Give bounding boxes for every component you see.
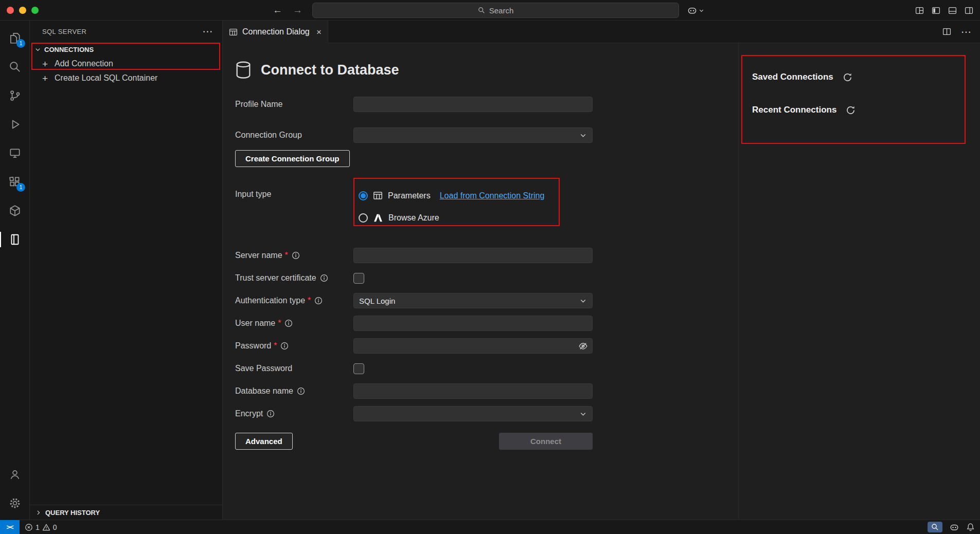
title-bar: ← → Search xyxy=(0,0,980,21)
connections-section-header[interactable]: CONNECTIONS xyxy=(30,42,222,57)
create-connection-group-button[interactable]: Create Connection Group xyxy=(235,150,350,167)
split-editor-icon[interactable] xyxy=(942,27,951,36)
command-center-search[interactable]: Search xyxy=(312,3,679,18)
info-icon[interactable] xyxy=(314,297,323,305)
sidebar-sql-server: SQL SERVER ⋯ CONNECTIONS + Add Connectio… xyxy=(30,21,223,520)
user-name-label: User name xyxy=(235,319,275,328)
connect-button[interactable]: Connect xyxy=(499,433,593,450)
connection-group-label: Connection Group xyxy=(235,131,302,140)
create-local-sql-container-label: Create Local SQL Container xyxy=(55,73,157,83)
refresh-icon[interactable] xyxy=(846,105,856,115)
browse-azure-radio[interactable] xyxy=(359,213,368,223)
load-from-connection-string-link[interactable]: Load from Connection String xyxy=(440,191,545,200)
toggle-secondary-sidebar-icon[interactable] xyxy=(965,6,973,15)
activity-item-remote-explorer[interactable] xyxy=(0,139,29,168)
info-icon[interactable] xyxy=(280,342,289,350)
form-row-input-type: Input type Parameters Load from Connecti… xyxy=(235,186,738,227)
activity-item-explorer[interactable]: 1 xyxy=(0,24,29,52)
password-label: Password xyxy=(235,341,271,351)
search-icon xyxy=(478,7,485,14)
activity-item-extensions[interactable]: 1 xyxy=(0,168,29,196)
toggle-primary-sidebar-icon[interactable] xyxy=(932,6,940,15)
copilot-icon[interactable] xyxy=(687,6,697,15)
form-row-authentication-type: Authentication type * SQL Login xyxy=(235,293,738,308)
sidebar-more-actions-icon[interactable]: ⋯ xyxy=(203,26,213,36)
advanced-button[interactable]: Advanced xyxy=(235,433,293,450)
trust-certificate-label: Trust server certificate xyxy=(235,273,316,283)
encrypt-select[interactable] xyxy=(353,406,593,421)
form-row-connection-group: Connection Group xyxy=(235,127,738,143)
profile-name-label: Profile Name xyxy=(235,100,282,109)
user-name-input[interactable] xyxy=(353,316,593,331)
tab-close-icon[interactable]: × xyxy=(316,28,322,36)
connections-section-label: CONNECTIONS xyxy=(44,46,94,53)
add-icon: + xyxy=(41,73,49,83)
navigate-forward-icon[interactable]: → xyxy=(293,5,302,16)
activity-item-search[interactable] xyxy=(0,52,29,81)
form-row-profile-name: Profile Name xyxy=(235,97,738,112)
activity-item-run-debug[interactable] xyxy=(0,110,29,139)
required-marker: * xyxy=(278,319,281,328)
required-marker: * xyxy=(308,296,311,305)
parameters-icon xyxy=(373,191,383,200)
dialog-title: Connect to Database xyxy=(261,62,399,78)
info-icon[interactable] xyxy=(320,274,328,282)
add-connection-item[interactable]: + Add Connection xyxy=(30,57,222,71)
sidebar-title: SQL SERVER xyxy=(42,28,86,35)
activity-item-source-control[interactable] xyxy=(0,81,29,110)
chevron-down-icon[interactable] xyxy=(699,8,704,13)
saved-connections-row: Saved Connections xyxy=(752,72,980,82)
editor-more-actions-icon[interactable]: ⋯ xyxy=(961,27,971,37)
status-bar: >< 1 0 xyxy=(0,520,980,534)
server-name-input[interactable] xyxy=(353,248,593,263)
profile-name-input[interactable] xyxy=(353,97,593,112)
parameters-option-label: Parameters xyxy=(388,191,431,200)
azure-icon xyxy=(373,213,383,223)
activity-item-accounts[interactable] xyxy=(0,460,29,489)
database-icon xyxy=(235,61,252,80)
container-cube-icon xyxy=(8,204,22,217)
customize-layout-icon[interactable] xyxy=(915,6,924,15)
query-history-section-header[interactable]: QUERY HISTORY xyxy=(30,505,222,520)
copilot-icon[interactable] xyxy=(950,523,959,532)
refresh-icon[interactable] xyxy=(843,72,852,82)
save-password-label: Save Password xyxy=(235,364,292,373)
info-icon[interactable] xyxy=(266,410,275,418)
create-local-sql-container-item[interactable]: + Create Local SQL Container xyxy=(30,71,222,85)
remote-indicator[interactable]: >< xyxy=(0,520,20,534)
zoom-status-item[interactable] xyxy=(928,522,942,532)
required-marker: * xyxy=(274,341,277,351)
explorer-badge: 1 xyxy=(16,39,25,48)
zoom-window-button[interactable] xyxy=(31,7,39,14)
trust-certificate-checkbox[interactable] xyxy=(353,273,364,284)
connection-dialog-tab-icon xyxy=(229,28,238,36)
input-type-label: Input type xyxy=(235,190,271,199)
parameters-radio[interactable] xyxy=(359,191,368,200)
activity-item-settings[interactable] xyxy=(0,489,29,518)
bell-icon[interactable] xyxy=(966,523,975,531)
activity-item-sql-server[interactable] xyxy=(0,225,29,254)
info-icon[interactable] xyxy=(297,387,305,395)
database-name-input[interactable] xyxy=(353,383,593,399)
chevron-down-icon xyxy=(579,410,587,418)
eye-off-icon[interactable] xyxy=(578,341,588,351)
activity-item-containers[interactable] xyxy=(0,196,29,225)
password-input[interactable] xyxy=(353,338,593,354)
save-password-checkbox[interactable] xyxy=(353,363,364,374)
input-type-radio-group: Parameters Load from Connection String B… xyxy=(353,186,544,227)
connection-dialog: Connect to Database Profile Name Connect… xyxy=(223,43,739,520)
tab-label: Connection Dialog xyxy=(242,27,310,36)
minimize-window-button[interactable] xyxy=(19,7,26,14)
error-icon xyxy=(25,523,33,531)
close-window-button[interactable] xyxy=(7,7,14,14)
tab-connection-dialog[interactable]: Connection Dialog × xyxy=(223,21,328,43)
chevron-down-icon xyxy=(34,46,42,53)
toggle-panel-icon[interactable] xyxy=(948,6,957,15)
authentication-type-select[interactable]: SQL Login xyxy=(353,293,593,308)
info-icon[interactable] xyxy=(292,251,300,260)
form-row-encrypt: Encrypt xyxy=(235,406,738,421)
problems-status-item[interactable]: 1 0 xyxy=(25,523,57,531)
connection-group-select[interactable] xyxy=(353,127,593,143)
navigate-back-icon[interactable]: ← xyxy=(273,5,282,16)
info-icon[interactable] xyxy=(284,319,293,327)
